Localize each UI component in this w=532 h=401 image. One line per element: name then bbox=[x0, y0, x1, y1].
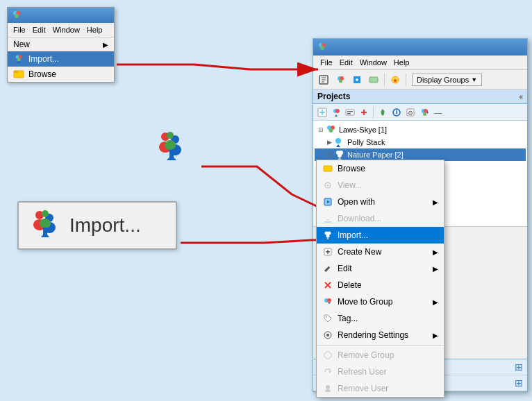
tab-attachment-expand[interactable]: ⊞ bbox=[515, 377, 523, 389]
root-folder-icon bbox=[326, 124, 337, 135]
svg-rect-88 bbox=[324, 166, 332, 171]
ctx-download: Download... bbox=[317, 210, 444, 227]
svg-point-13 bbox=[167, 132, 174, 139]
svg-point-54 bbox=[396, 110, 397, 111]
menu-help[interactable]: Help bbox=[84, 24, 106, 35]
toolbar-btn-3[interactable] bbox=[349, 72, 365, 87]
import-icon-small bbox=[13, 53, 24, 65]
tree-item-polly[interactable]: ▶ Polly Stack bbox=[315, 136, 526, 148]
ctx-move-arrow: ▶ bbox=[433, 298, 438, 306]
panel-btn-4[interactable] bbox=[358, 106, 370, 119]
ctx-remove-group: Remove Group bbox=[317, 347, 444, 364]
ctx-open-with[interactable]: Open with ▶ bbox=[317, 194, 444, 210]
toolbar-btn-5[interactable]: ★ bbox=[388, 72, 403, 87]
ctx-tag[interactable]: Tag... bbox=[317, 310, 444, 327]
polly-icon bbox=[334, 137, 345, 148]
menu-file[interactable]: File bbox=[10, 24, 28, 35]
ctx-rendering-icon bbox=[322, 330, 333, 341]
projects-panel-header: Projects « bbox=[313, 89, 527, 104]
panel-btn-1[interactable] bbox=[316, 106, 329, 119]
panel-btn-5[interactable] bbox=[376, 106, 389, 119]
toolbar-btn-2[interactable] bbox=[333, 72, 348, 87]
tree-nature-label: Nature Paper [2] bbox=[347, 151, 404, 159]
ctx-remove-user-icon bbox=[322, 383, 333, 394]
panel-btn-6[interactable] bbox=[390, 106, 403, 119]
import-large-button[interactable]: Import... bbox=[17, 201, 177, 250]
display-groups-label: Display Groups bbox=[417, 76, 469, 84]
ctx-move-to-group[interactable]: Move to Group ▶ bbox=[317, 293, 444, 310]
svg-point-111 bbox=[324, 352, 331, 359]
panel-collapse-btn[interactable]: « bbox=[519, 93, 523, 101]
panel-btn-2[interactable] bbox=[330, 106, 342, 119]
ctx-download-label: Download... bbox=[338, 214, 381, 223]
svg-marker-107 bbox=[328, 302, 331, 304]
main-menu-file[interactable]: File bbox=[317, 57, 335, 68]
panel-btn-7[interactable]: ⚙ bbox=[404, 106, 417, 119]
ctx-delete[interactable]: Delete bbox=[317, 277, 444, 293]
ctx-rendering[interactable]: Rendering Settings ▶ bbox=[317, 327, 444, 343]
menu-window[interactable]: Window bbox=[50, 24, 83, 35]
ctx-open-arrow: ▶ bbox=[433, 198, 438, 206]
svg-point-27 bbox=[320, 46, 324, 50]
ctx-remove-user: Remove User bbox=[317, 380, 444, 397]
toolbar-btn-4[interactable] bbox=[366, 72, 381, 87]
svg-text:⚙: ⚙ bbox=[408, 110, 413, 117]
menu-item-browse[interactable]: Browse bbox=[8, 67, 114, 82]
small-window-menubar: File Edit Window Help bbox=[8, 23, 114, 37]
tree-expander-polly[interactable]: ▶ bbox=[324, 137, 334, 147]
panel-btn-3[interactable] bbox=[344, 106, 356, 119]
main-menu-window[interactable]: Window bbox=[357, 57, 390, 68]
svg-marker-112 bbox=[329, 370, 331, 373]
ctx-refresh-icon bbox=[322, 366, 333, 377]
main-app-icon bbox=[317, 42, 327, 52]
panel-icon-7: ⚙ bbox=[406, 108, 415, 117]
projects-title: Projects bbox=[317, 92, 350, 101]
tree-expander-root[interactable]: ⊟ bbox=[316, 125, 326, 135]
panel-icon-2 bbox=[331, 108, 341, 117]
main-toolbar: ★ Display Groups ▼ bbox=[313, 70, 527, 89]
tree-expander-nature[interactable]: ⊟ bbox=[324, 150, 334, 160]
svg-point-21 bbox=[42, 210, 49, 217]
tree-root[interactable]: ⊟ Laws-Skye [1] bbox=[315, 123, 526, 136]
main-menu-edit[interactable]: Edit bbox=[337, 57, 356, 68]
panel-sep-1 bbox=[373, 106, 374, 119]
tab-screens-expand[interactable]: ⊞ bbox=[515, 361, 523, 373]
ctx-edit[interactable]: Edit ▶ bbox=[317, 260, 444, 277]
menu-item-import[interactable]: Import... bbox=[8, 51, 114, 67]
tree-root-label: Laws-Skye [1] bbox=[339, 126, 387, 134]
collapse-icon: — bbox=[435, 108, 442, 117]
ctx-tag-icon bbox=[322, 313, 333, 324]
main-menu-help[interactable]: Help bbox=[391, 57, 413, 68]
menu-item-new[interactable]: New ▶ bbox=[8, 37, 114, 51]
toolbar-btn-1[interactable] bbox=[316, 72, 331, 87]
svg-point-45 bbox=[335, 109, 340, 113]
svg-point-59 bbox=[423, 112, 426, 116]
svg-text:★: ★ bbox=[392, 77, 398, 84]
toolbar-icon-5: ★ bbox=[390, 75, 400, 85]
svg-point-106 bbox=[327, 298, 331, 302]
display-groups-button[interactable]: Display Groups ▼ bbox=[412, 74, 482, 86]
svg-point-14 bbox=[165, 140, 176, 150]
svg-point-97 bbox=[326, 234, 330, 238]
ctx-browse[interactable]: Browse bbox=[317, 160, 444, 177]
svg-rect-24 bbox=[43, 228, 47, 234]
ctx-import[interactable]: Import... bbox=[317, 227, 444, 244]
svg-marker-93 bbox=[326, 215, 330, 221]
import-large-label: Import... bbox=[69, 214, 141, 237]
ctx-refresh-user: Refresh User bbox=[317, 364, 444, 380]
panel-btn-8[interactable] bbox=[418, 106, 431, 119]
panel-icon-3 bbox=[345, 108, 355, 117]
toolbar-icon-4 bbox=[369, 75, 379, 85]
ctx-edit-arrow: ▶ bbox=[433, 265, 438, 273]
small-window-titlebar bbox=[8, 8, 114, 23]
ctx-import-label: Import... bbox=[338, 230, 368, 240]
menu-edit[interactable]: Edit bbox=[30, 24, 49, 35]
panel-btn-collapse[interactable]: — bbox=[432, 106, 444, 119]
toolbar-icon-1 bbox=[319, 75, 329, 85]
svg-point-108 bbox=[326, 316, 327, 318]
ctx-create-new[interactable]: Create New ▶ bbox=[317, 244, 444, 260]
main-menubar: File Edit Window Help bbox=[313, 56, 527, 70]
svg-point-2 bbox=[15, 14, 19, 18]
toolbar-icon-2 bbox=[335, 75, 345, 85]
svg-marker-60 bbox=[427, 111, 429, 114]
